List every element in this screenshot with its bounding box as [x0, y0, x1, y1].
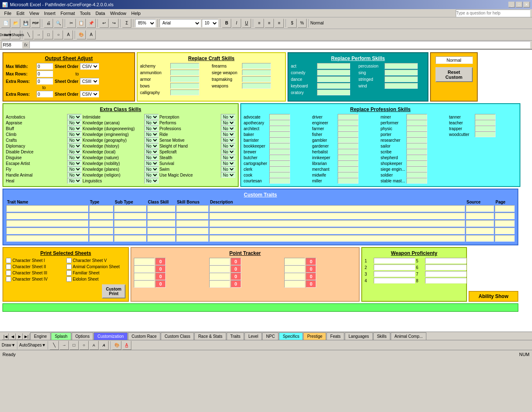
- skill-know-history-select[interactable]: NoYes: [144, 143, 159, 149]
- prof-brewer-input[interactable]: [269, 149, 290, 155]
- tab-nav-next[interactable]: ▶: [16, 333, 23, 340]
- point-small-3-3[interactable]: [306, 273, 316, 280]
- paste-btn[interactable]: 📌: [87, 19, 96, 28]
- cb-sheet-2-check[interactable]: [6, 264, 11, 269]
- point-big-2-2[interactable]: [209, 265, 230, 273]
- tab-traits[interactable]: Traits: [227, 332, 244, 340]
- trait-4-subtype[interactable]: [114, 228, 146, 234]
- trait-4-skill-bonus[interactable]: [176, 228, 208, 234]
- prof-farmer-input[interactable]: [338, 126, 358, 131]
- prof-scribe-input[interactable]: [406, 149, 427, 155]
- trait-1-source[interactable]: [466, 205, 494, 212]
- currency-btn[interactable]: $: [288, 19, 297, 28]
- prof-gambler-input[interactable]: [338, 137, 358, 143]
- craft-calligraphy-input[interactable]: [170, 90, 199, 95]
- cut-btn[interactable]: ✂: [67, 19, 76, 28]
- bold-btn[interactable]: B: [222, 19, 231, 28]
- point-big-1-1[interactable]: [134, 258, 155, 265]
- prof-merchant-input[interactable]: [338, 166, 358, 172]
- trait-2-description[interactable]: [209, 213, 465, 219]
- align-left-btn[interactable]: ≡: [255, 19, 264, 28]
- skill-know-local-select[interactable]: NoYes: [144, 149, 159, 155]
- skill-know-nobility-select[interactable]: NoYes: [144, 160, 159, 166]
- trait-1-subtype[interactable]: [114, 205, 146, 212]
- skill-swim-select[interactable]: NoYes: [221, 166, 235, 172]
- fill-btn[interactable]: 🎨: [77, 30, 86, 39]
- prof-trapper-input[interactable]: [475, 126, 496, 131]
- nav-rect[interactable]: □: [70, 341, 79, 350]
- skill-climb-select[interactable]: NoYes: [67, 131, 82, 137]
- skill-disable-select[interactable]: NoYes: [67, 149, 82, 155]
- align-center-btn[interactable]: ≡: [265, 19, 274, 28]
- align-right-btn[interactable]: ≡: [275, 19, 284, 28]
- sheet-order-select-3[interactable]: CSIVCSIII: [80, 91, 99, 97]
- percent-btn[interactable]: %: [297, 19, 307, 28]
- craft-weapons-input[interactable]: [242, 83, 271, 89]
- skill-linguistics-select[interactable]: NoYes: [144, 178, 159, 184]
- skill-performs-select[interactable]: NoYes: [221, 120, 235, 126]
- cb-sheet-5-check[interactable]: [66, 258, 72, 263]
- tab-skills[interactable]: Skills: [373, 332, 390, 340]
- prof-sailor-input[interactable]: [406, 143, 427, 149]
- skill-sense-select[interactable]: NoYes: [221, 137, 235, 143]
- autoshapes-btn[interactable]: AutoShapes▼: [11, 30, 20, 39]
- copy-btn[interactable]: 📋: [77, 19, 86, 28]
- pdf-btn[interactable]: PDF: [31, 19, 40, 28]
- fontsize-combo[interactable]: 10: [202, 19, 218, 27]
- prof-shopkeeper-input[interactable]: [406, 160, 427, 166]
- point-small-2-1[interactable]: [231, 258, 241, 265]
- text-btn[interactable]: A: [64, 30, 73, 39]
- weapon-input-7[interactable]: [425, 271, 467, 277]
- prof-soldier-input[interactable]: [406, 172, 427, 178]
- perform-act-input[interactable]: [317, 63, 350, 69]
- trait-5-name[interactable]: [6, 235, 88, 242]
- perform-stringed-input[interactable]: [384, 76, 418, 82]
- tab-feats[interactable]: Feats: [326, 332, 344, 340]
- fontcolor-btn[interactable]: A: [87, 30, 96, 39]
- menu-data[interactable]: Data: [93, 10, 107, 17]
- prof-midwife-input[interactable]: [338, 172, 358, 178]
- trait-4-source[interactable]: [466, 228, 494, 234]
- skill-escape-select[interactable]: NoYes: [67, 160, 82, 166]
- point-big-3-2[interactable]: [284, 265, 305, 273]
- weapon-input-6[interactable]: [425, 264, 467, 270]
- nav-wordart[interactable]: A: [99, 341, 109, 350]
- extra-rows-input-1[interactable]: [36, 78, 53, 85]
- point-big-1-3[interactable]: [134, 273, 155, 280]
- tab-prestige[interactable]: Prestige: [303, 332, 326, 340]
- font-combo[interactable]: Arial: [160, 19, 201, 27]
- skill-ride-select[interactable]: NoYes: [221, 131, 235, 137]
- prof-miller-input[interactable]: [338, 178, 358, 184]
- nav-fill[interactable]: 🎨: [112, 341, 121, 350]
- skill-know-religion-select[interactable]: NoYes: [144, 172, 159, 178]
- prof-woodcutter-input[interactable]: [475, 131, 496, 137]
- help-search[interactable]: [456, 10, 530, 17]
- trait-1-page[interactable]: [495, 205, 515, 212]
- cb-familiar-check[interactable]: [66, 270, 72, 276]
- perform-dance-input[interactable]: [317, 76, 350, 82]
- max-rows-input[interactable]: [36, 70, 53, 77]
- trait-5-subtype[interactable]: [114, 235, 146, 242]
- trait-1-description[interactable]: [209, 205, 465, 212]
- prof-advocate-input[interactable]: [269, 114, 290, 120]
- prof-teacher-input[interactable]: [475, 120, 496, 126]
- craft-alchemy-input[interactable]: [170, 63, 199, 69]
- skill-handle-select[interactable]: NoYes: [67, 172, 82, 178]
- new-btn[interactable]: 📄: [1, 19, 10, 28]
- perform-wind-input[interactable]: [384, 83, 418, 89]
- skill-crafts-select[interactable]: NoYes: [67, 137, 82, 143]
- cell-reference[interactable]: [2, 41, 22, 48]
- trait-4-name[interactable]: [6, 228, 88, 234]
- custom-print-btn[interactable]: CustomPrint: [102, 284, 126, 298]
- prof-performer-input[interactable]: [406, 120, 427, 126]
- redo-btn[interactable]: ↪: [109, 19, 118, 28]
- prof-courtesan-input[interactable]: [269, 178, 290, 184]
- menu-help[interactable]: Help: [129, 10, 143, 17]
- cb-animal-check[interactable]: [66, 264, 72, 269]
- tab-nav-first[interactable]: |◀: [2, 333, 9, 340]
- trait-3-source[interactable]: [466, 220, 494, 227]
- preview-btn[interactable]: 🔍: [54, 19, 63, 28]
- save-btn[interactable]: 💾: [21, 19, 30, 28]
- point-small-1-3[interactable]: [155, 273, 166, 280]
- craft-siege-input[interactable]: [242, 70, 271, 75]
